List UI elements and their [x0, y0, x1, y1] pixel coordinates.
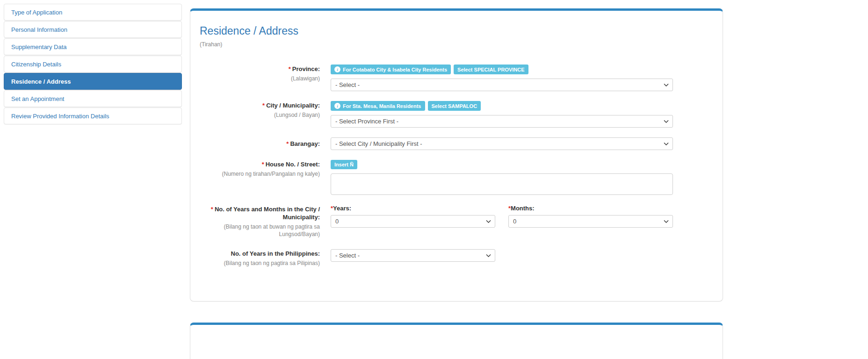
sidebar-item-citizenship-details[interactable]: Citizenship Details [4, 56, 182, 72]
years-philippines-label: No. of Years in the Philippines: [200, 250, 320, 258]
required-marker: * [262, 102, 265, 109]
sidebar-item-label: Review Provided Information Details [11, 113, 109, 120]
sidebar-item-label: Set an Appointment [11, 95, 64, 102]
city-label: *City / Municipality: [200, 102, 320, 110]
city-info-badge: i For Sta. Mesa, Manila Residents [331, 101, 425, 111]
required-marker: * [289, 65, 291, 72]
info-icon: i [334, 66, 340, 72]
label-text: House No. / Street: [266, 161, 320, 168]
select-special-province-button[interactable]: Select SPECIAL PROVINCE [454, 65, 528, 74]
barangay-select[interactable]: - Select City / Municipality First - [331, 137, 673, 150]
sidebar-item-label: Citizenship Details [11, 61, 61, 68]
house-street-label: *House No. / Street: [200, 161, 320, 169]
page-layout: Type of Application Personal Information… [0, 0, 868, 359]
sidebar-item-label: Residence / Address [11, 78, 71, 85]
page-title: Residence / Address [200, 25, 713, 37]
province-translation: (Lalawigan) [200, 75, 320, 82]
city-select[interactable]: - Select Province First - [331, 115, 673, 128]
province-select[interactable]: - Select - [331, 79, 673, 91]
house-street-input[interactable] [331, 173, 673, 195]
years-select[interactable]: 0 [331, 215, 495, 228]
years-philippines-translation: (Bilang ng taon ng pagtira sa Pilipinas) [200, 259, 320, 267]
main-content: Residence / Address (Tirahan) *Province:… [190, 4, 723, 359]
sidebar-item-review-information[interactable]: Review Provided Information Details [4, 108, 182, 124]
info-icon: i [334, 103, 340, 109]
badge-text: For Cotabato City & Isabela City Residen… [343, 67, 447, 72]
years-months-city-label: *No. of Years and Months in the City / M… [200, 206, 320, 222]
label-text: No. of Years and Months in the City / Mu… [215, 206, 320, 221]
sidebar-item-label: Personal Information [11, 26, 67, 33]
residence-address-card: Residence / Address (Tirahan) *Province:… [190, 8, 723, 302]
steps-sidebar: Type of Application Personal Information… [4, 4, 182, 125]
barangay-label: *Barangay: [200, 140, 320, 148]
sidebar-item-residence-address[interactable]: Residence / Address [4, 73, 182, 90]
page-subtitle: (Tirahan) [200, 41, 713, 48]
city-translation: (Lungsod / Bayan) [200, 111, 320, 119]
badge-text: For Sta. Mesa, Manila Residents [343, 103, 421, 109]
sidebar-item-label: Supplementary Data [11, 43, 67, 50]
sidebar-item-personal-information[interactable]: Personal Information [4, 21, 182, 38]
label-text: Years: [333, 205, 351, 212]
sidebar-item-supplementary-data[interactable]: Supplementary Data [4, 38, 182, 55]
years-label: *Years: [331, 205, 495, 212]
required-marker: * [286, 140, 289, 147]
barangay-row: *Barangay: - Select City / Municipality … [200, 137, 713, 150]
label-text: Province: [292, 65, 320, 72]
months-select[interactable]: 0 [508, 215, 673, 228]
label-text: No. of Years in the Philippines: [231, 250, 320, 257]
required-marker: * [211, 206, 213, 213]
insert-enye-button[interactable]: Insert Ñ [331, 160, 357, 169]
next-section-card [190, 323, 723, 359]
years-philippines-row: No. of Years in the Philippines: (Bilang… [200, 249, 713, 267]
label-text: City / Municipality: [266, 102, 320, 109]
sidebar-item-type-of-application[interactable]: Type of Application [4, 4, 182, 21]
city-row: *City / Municipality: (Lungsod / Bayan) … [200, 101, 713, 128]
years-months-city-translation: (Bilang ng taon at buwan ng pagtira sa L… [200, 223, 320, 238]
label-text: Barangay: [290, 140, 320, 147]
province-row: *Province: (Lalawigan) i For Cotabato Ci… [200, 65, 713, 91]
select-sampaloc-button[interactable]: Select SAMPALOC [428, 101, 481, 111]
label-text: Months: [511, 205, 535, 212]
province-info-badge: i For Cotabato City & Isabela City Resid… [331, 65, 451, 74]
province-label: *Province: [200, 65, 320, 73]
years-months-city-row: *No. of Years and Months in the City / M… [200, 205, 713, 238]
required-marker: * [262, 161, 264, 168]
sidebar-item-set-an-appointment[interactable]: Set an Appointment [4, 90, 182, 107]
months-label: *Months: [508, 205, 673, 212]
years-philippines-select[interactable]: - Select - [331, 249, 495, 262]
house-street-translation: (Numero ng tirahan/Pangalan ng kalye) [200, 170, 320, 178]
house-street-row: *House No. / Street: (Numero ng tirahan/… [200, 160, 713, 195]
sidebar-item-label: Type of Application [11, 9, 62, 16]
